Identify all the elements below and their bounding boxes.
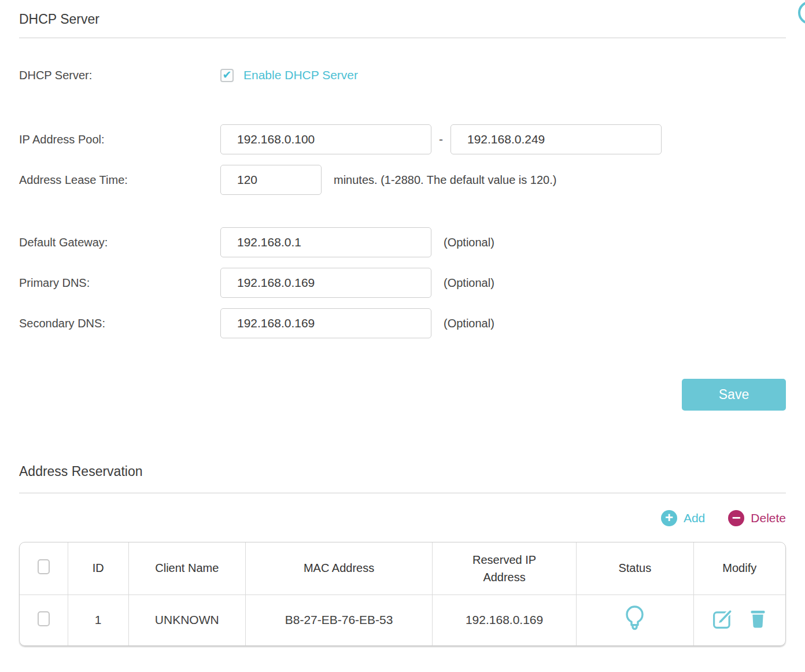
ip-pool-start-input[interactable] [220, 124, 431, 154]
plus-glyph: + [665, 511, 673, 525]
ip-pool-separator: - [439, 132, 443, 146]
default-gateway-label: Default Gateway: [19, 236, 220, 249]
default-gateway-input[interactable] [220, 227, 431, 257]
secondary-dns-optional: (Optional) [444, 317, 494, 330]
delete-button[interactable]: − Delete [728, 510, 786, 526]
row-checkbox[interactable] [38, 611, 50, 626]
enable-dhcp-label[interactable]: Enable DHCP Server [243, 68, 358, 82]
table-row: 1 UNKNOWN B8-27-EB-76-EB-53 192.168.0.16… [20, 595, 785, 645]
delete-button-label: Delete [751, 511, 786, 525]
reservation-title: Address Reservation [19, 463, 786, 479]
section-divider [19, 38, 786, 38]
primary-dns-optional: (Optional) [444, 276, 494, 290]
reservation-toolbar: + Add − Delete [19, 509, 786, 527]
trash-icon[interactable] [749, 608, 766, 629]
status-lightbulb-icon[interactable] [625, 605, 645, 633]
dhcp-server-section: DHCP Server DHCP Server: ✔ Enable DHCP S… [19, 0, 786, 411]
row-mac-cell: B8-27-EB-76-EB-53 [246, 595, 433, 645]
header-client-name: Client Name [128, 542, 246, 595]
page-title: DHCP Server [19, 0, 786, 27]
row-client-name-cell: UNKNOWN [128, 595, 246, 645]
minus-circle-icon: − [728, 510, 744, 526]
lease-time-hint: minutes. (1-2880. The default value is 1… [334, 173, 556, 187]
header-id: ID [68, 542, 128, 595]
primary-dns-input[interactable] [220, 268, 431, 298]
row-select-cell [20, 595, 68, 645]
save-row: Save [19, 379, 786, 411]
add-button[interactable]: + Add [661, 510, 705, 526]
secondary-dns-label: Secondary DNS: [19, 317, 220, 330]
lease-time-input[interactable] [220, 165, 322, 195]
secondary-dns-input[interactable] [220, 308, 431, 338]
enable-dhcp-checkbox[interactable]: ✔ [220, 69, 234, 82]
header-mac-address: MAC Address [246, 542, 433, 595]
header-modify: Modify [693, 542, 785, 595]
edit-icon[interactable] [712, 608, 733, 629]
dhcp-server-label: DHCP Server: [19, 69, 220, 82]
row-status-cell [577, 595, 694, 645]
section-divider [19, 493, 786, 493]
header-status: Status [577, 542, 694, 595]
table-header-row: ID Client Name MAC Address Reserved IP A… [20, 542, 785, 595]
address-reservation-section: Address Reservation + Add − Delete [19, 463, 786, 646]
dhcp-server-row: DHCP Server: ✔ Enable DHCP Server [19, 68, 786, 82]
primary-dns-row: Primary DNS: (Optional) [19, 268, 786, 297]
default-gateway-row: Default Gateway: (Optional) [19, 228, 786, 257]
ip-pool-end-input[interactable] [450, 124, 662, 154]
row-reserved-ip-cell: 192.168.0.169 [433, 595, 577, 645]
primary-dns-label: Primary DNS: [19, 276, 220, 290]
select-all-checkbox[interactable] [38, 559, 50, 574]
reservation-table: ID Client Name MAC Address Reserved IP A… [19, 542, 786, 646]
row-modify-cell [693, 595, 785, 645]
row-id-cell: 1 [68, 595, 128, 645]
minus-glyph: − [732, 510, 741, 525]
lease-time-label: Address Lease Time: [19, 173, 220, 187]
lease-time-row: Address Lease Time: minutes. (1-2880. Th… [19, 165, 786, 195]
checkmark-icon: ✔ [223, 69, 232, 80]
secondary-dns-row: Secondary DNS: (Optional) [19, 309, 786, 338]
default-gateway-optional: (Optional) [444, 236, 494, 249]
save-button[interactable]: Save [682, 379, 786, 411]
ip-pool-row: IP Address Pool: - [19, 124, 786, 154]
ip-pool-label: IP Address Pool: [19, 133, 220, 146]
plus-circle-icon: + [661, 510, 677, 526]
add-button-label: Add [684, 511, 705, 525]
dhcp-settings-page: ? DHCP Server DHCP Server: ✔ Enable DHCP… [0, 0, 805, 672]
help-icon[interactable]: ? [798, 1, 805, 24]
header-select-all [20, 542, 68, 595]
header-reserved-ip: Reserved IP Address [433, 542, 577, 595]
